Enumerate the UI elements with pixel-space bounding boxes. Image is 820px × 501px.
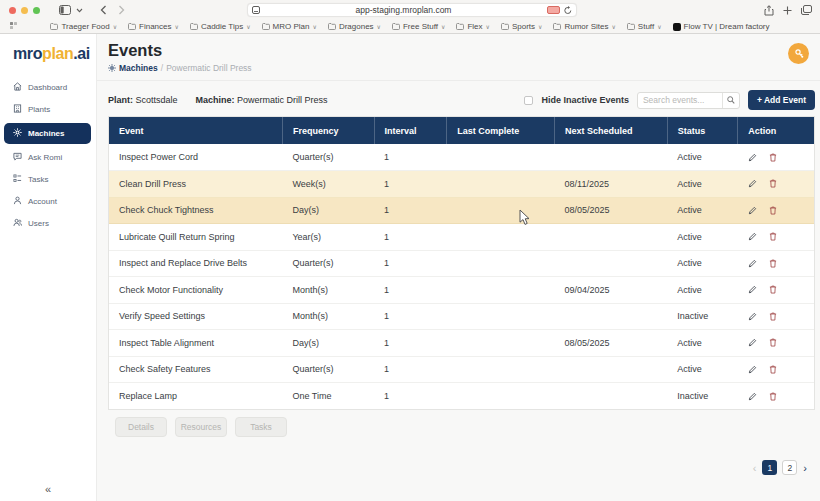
table-row[interactable]: Check Safety FeaturesQuarter(s)1Active [109, 356, 814, 383]
delete-icon[interactable] [769, 179, 777, 188]
bookmark-item[interactable]: Stuff∨ [627, 22, 662, 31]
delete-icon[interactable] [769, 392, 777, 401]
column-header-next-scheduled[interactable]: Next Scheduled [555, 117, 668, 144]
column-header-frequency[interactable]: Frequency [282, 117, 374, 144]
column-header-status[interactable]: Status [667, 117, 738, 144]
resources-button[interactable]: Resources [175, 417, 227, 437]
bookmark-item[interactable]: Flow TV | Dream factory [673, 22, 770, 31]
bookmark-item[interactable]: Flex∨ [456, 22, 490, 31]
edit-icon[interactable] [748, 153, 757, 162]
delete-icon[interactable] [769, 312, 777, 321]
delete-icon[interactable] [769, 259, 777, 268]
table-row[interactable]: Inspect Table AlignmentDay(s)108/05/2025… [109, 330, 814, 357]
bookmark-item[interactable]: Finances∨ [128, 22, 179, 31]
extension-badge-icon[interactable] [547, 6, 560, 14]
delete-icon[interactable] [769, 365, 777, 374]
close-window-button[interactable] [9, 7, 16, 14]
column-header-action[interactable]: Action [738, 117, 814, 144]
page-button-1[interactable]: 1 [762, 460, 777, 475]
bookmark-item[interactable]: Traeger Food∨ [50, 22, 117, 31]
table-row[interactable]: Clean Drill PressWeek(s)108/11/2025Activ… [109, 171, 814, 198]
sidebar-collapse-button[interactable]: « [0, 483, 96, 495]
sidebar-item-dashboard[interactable]: Dashboard [4, 79, 91, 96]
share-icon[interactable] [764, 5, 774, 16]
chevron-down-icon[interactable] [76, 8, 83, 13]
add-event-button[interactable]: + Add Event [748, 90, 815, 110]
table-row[interactable]: Verify Speed SettingsMonth(s)1Inactive [109, 303, 814, 330]
delete-icon[interactable] [769, 206, 777, 215]
pagination: ‹ 12 › [97, 460, 807, 475]
search-icon[interactable] [722, 93, 739, 108]
new-tab-icon[interactable] [783, 6, 792, 15]
edit-icon[interactable] [748, 312, 757, 321]
bookmark-item[interactable]: Free Stuff∨ [392, 22, 445, 31]
edit-icon[interactable] [748, 259, 757, 268]
tab-overview-icon[interactable] [801, 5, 812, 15]
bookmark-item[interactable]: Caddie Tips∨ [190, 22, 251, 31]
bookmark-label: Dragones [339, 22, 374, 31]
column-header-event[interactable]: Event [109, 117, 282, 144]
sidebar-item-machines[interactable]: Machines [4, 123, 91, 144]
bookmark-item[interactable]: Dragones∨ [328, 22, 381, 31]
zoom-window-button[interactable] [33, 7, 40, 14]
sidebar-item-users[interactable]: Users [4, 215, 91, 232]
cell-action [738, 250, 814, 277]
site-icon [673, 23, 681, 31]
table-row[interactable]: Replace LampOne Time1Inactive [109, 383, 814, 410]
table-row[interactable]: Inspect Power CordQuarter(s)1Active [109, 144, 814, 171]
table-row[interactable]: Check Chuck TightnessDay(s)108/05/2025Ac… [109, 197, 814, 224]
breadcrumb-current: Powermatic Drill Press [166, 63, 252, 73]
pagination-prev-icon[interactable]: ‹ [753, 462, 757, 474]
details-button[interactable]: Details [115, 417, 167, 437]
bookmark-item[interactable]: Rumor Sites∨ [553, 22, 615, 31]
cell-action [738, 277, 814, 304]
page-button-2[interactable]: 2 [782, 460, 797, 475]
edit-icon[interactable] [748, 206, 757, 215]
back-icon[interactable] [100, 5, 107, 15]
bookmark-label: Stuff [638, 22, 654, 31]
forward-icon[interactable] [118, 5, 125, 15]
address-bar[interactable]: app-staging.mroplan.com [247, 3, 577, 17]
edit-icon[interactable] [748, 179, 757, 188]
sidebar-item-tasks[interactable]: Tasks [4, 171, 91, 188]
delete-icon[interactable] [769, 153, 777, 162]
edit-icon[interactable] [748, 285, 757, 294]
sidebar-item-ask-romi[interactable]: Ask Romi [4, 149, 91, 166]
column-header-interval[interactable]: Interval [374, 117, 447, 144]
minimize-window-button[interactable] [21, 7, 28, 14]
hide-inactive-checkbox[interactable] [524, 96, 533, 105]
delete-icon[interactable] [769, 338, 777, 347]
delete-icon[interactable] [769, 285, 777, 294]
cell-action [738, 303, 814, 330]
sidebar-item-account[interactable]: Account [4, 193, 91, 210]
window-controls[interactable] [9, 7, 40, 14]
user-avatar[interactable] [788, 43, 809, 64]
sidebar-item-label: Dashboard [28, 83, 67, 92]
breadcrumb-machines-link[interactable]: Machines [119, 63, 158, 73]
table-row[interactable]: Lubricate Quill Return SpringYear(s)1Act… [109, 224, 814, 251]
bookmark-item[interactable]: Sports∨ [501, 22, 543, 31]
column-header-last-complete[interactable]: Last Complete [447, 117, 555, 144]
table-row[interactable]: Check Motor FunctionalityMonth(s)109/04/… [109, 277, 814, 304]
search-input[interactable] [638, 95, 722, 105]
edit-icon[interactable] [748, 392, 757, 401]
cell-status: Inactive [667, 303, 738, 330]
tasks-button[interactable]: Tasks [235, 417, 287, 437]
edit-icon[interactable] [748, 232, 757, 241]
cell-event: Replace Lamp [109, 383, 282, 410]
cell-interval: 1 [374, 144, 447, 171]
pagination-next-icon[interactable]: › [803, 462, 807, 474]
bookmark-item[interactable]: MRO Plan∨ [262, 22, 317, 31]
grid-icon[interactable] [10, 22, 17, 31]
edit-icon[interactable] [748, 365, 757, 374]
sidebar-toggle-icon[interactable] [59, 5, 71, 15]
page-settings-icon[interactable] [252, 6, 260, 14]
cell-interval: 1 [374, 171, 447, 198]
bookmark-label: Finances [139, 22, 171, 31]
sidebar-item-plants[interactable]: Plants [4, 101, 91, 118]
delete-icon[interactable] [769, 232, 777, 241]
reload-icon[interactable] [564, 6, 572, 15]
table-row[interactable]: Inspect and Replace Drive BeltsQuarter(s… [109, 250, 814, 277]
cell-event: Verify Speed Settings [109, 303, 282, 330]
edit-icon[interactable] [748, 338, 757, 347]
